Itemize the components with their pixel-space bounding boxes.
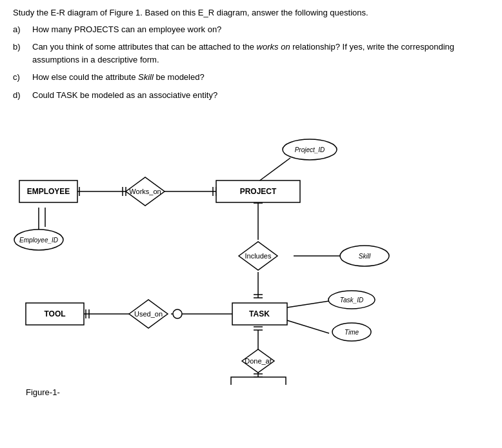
er-diagram: EMPLOYEE Works_on PROJECT Employee_ID Pr… <box>13 108 490 385</box>
svg-line-23 <box>287 320 329 333</box>
includes-label: Includes <box>245 252 272 260</box>
q-label-c: c) <box>13 71 32 84</box>
question-d: d) Could TASK be modeled as an associati… <box>13 89 489 102</box>
city-label: CITY <box>249 384 266 385</box>
done-at-label: Done_at <box>245 357 272 365</box>
project-id-label: Project_ID <box>295 146 325 153</box>
used-on-label: Used_on <box>134 310 163 318</box>
tool-label: TOOL <box>44 309 65 318</box>
task-id-label: Task_ID <box>340 297 363 304</box>
intro-text: Study the E-R diagram of Figure 1. Based… <box>13 6 489 19</box>
project-label: PROJECT <box>240 187 277 196</box>
question-b: b) Can you think of some attributes that… <box>13 41 489 66</box>
employee-label: EMPLOYEE <box>27 187 70 196</box>
q-text-d: Could TASK be modeled as an associative … <box>32 89 489 102</box>
figure-label: Figure-1- <box>26 387 489 397</box>
question-c: c) How else could the attribute Skill be… <box>13 71 489 84</box>
employee-id-label: Employee_ID <box>19 237 58 244</box>
q-text-a: How many PROJECTS can an employee work o… <box>32 23 489 36</box>
works-on-label: Works_on <box>129 188 161 195</box>
svg-line-22 <box>287 301 329 307</box>
q-label-b: b) <box>13 41 32 66</box>
svg-point-21 <box>173 309 182 318</box>
q-label-a: a) <box>13 23 32 36</box>
time-label: Time <box>345 329 359 336</box>
task-label: TASK <box>249 309 270 318</box>
q-text-c: How else could the attribute Skill be mo… <box>32 71 489 84</box>
question-a: a) How many PROJECTS can an employee wor… <box>13 23 489 36</box>
svg-line-9 <box>258 158 290 182</box>
q-label-d: d) <box>13 89 32 102</box>
skill-label: Skill <box>359 253 371 260</box>
q-text-b: Can you think of some attributes that ca… <box>32 41 489 66</box>
